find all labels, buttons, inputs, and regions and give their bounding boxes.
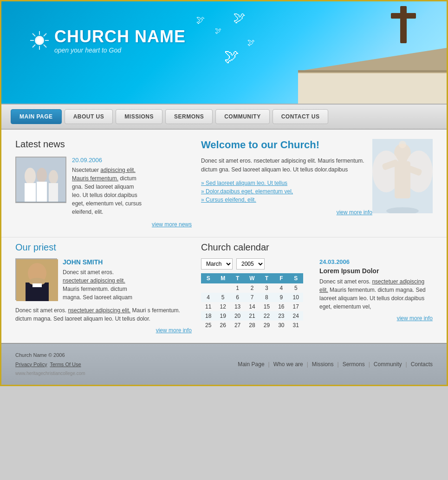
cal-week-3: 11 12 13 14 15 16 17 — [201, 302, 303, 311]
cal-day[interactable]: 26 — [215, 321, 230, 330]
news-date: 20.09.2006 — [72, 157, 142, 164]
news-photo — [15, 157, 66, 203]
priest-photo — [15, 258, 57, 300]
priest-desc: Donec sit amet eros.nsectetuer adipiscin… — [63, 268, 132, 302]
welcome-view-more-link[interactable]: view more info — [337, 209, 372, 216]
footer-nav-sermons[interactable]: Sermons — [343, 361, 365, 368]
latest-news-section: Latest news 20.09.2 — [15, 139, 192, 228]
cal-day[interactable]: 8 — [260, 293, 274, 302]
cal-day[interactable]: 29 — [260, 321, 274, 330]
logo: CHURCH NAME open your heart to God — [29, 27, 186, 54]
svg-line-8 — [32, 45, 35, 47]
cal-day[interactable]: 1 — [230, 283, 245, 293]
cal-day[interactable]: 21 — [245, 311, 259, 321]
nav-main-page[interactable]: MAIN PAGE — [11, 109, 62, 124]
cal-day[interactable] — [215, 283, 230, 293]
year-select[interactable]: 2005 — [236, 258, 265, 270]
footer-nav-community[interactable]: Community — [374, 361, 402, 368]
news-details: 20.09.2006 Nsectetuer adipiscing elit.Ma… — [72, 157, 142, 216]
news-item: 20.09.2006 Nsectetuer adipiscing elit.Ma… — [15, 157, 192, 216]
cal-day[interactable]: 4 — [274, 283, 288, 293]
nav-about-us[interactable]: ABOUT US — [65, 109, 113, 124]
calendar-title: Church calendar — [201, 242, 433, 253]
footer-nav: Main Page | Who we are | Missions | Serm… — [238, 361, 433, 368]
footer-links: Privacy Policy Terms Of Use — [15, 360, 85, 369]
cal-day[interactable]: 16 — [274, 302, 288, 311]
priest-details: JOHN SMITH Donec sit amet eros.nsectetue… — [63, 258, 132, 302]
welcome-body: Donec sit amet eros. nsectetuer adipisci… — [201, 157, 372, 174]
header: CHURCH NAME open your heart to God 🕊 🕊 🕊… — [1, 1, 447, 104]
privacy-link[interactable]: Privacy Policy — [15, 362, 47, 367]
month-select[interactable]: March — [201, 258, 233, 270]
welcome-link-3[interactable]: Cursus eleifend, elit. — [201, 196, 372, 204]
news-view-more-link[interactable]: view more news — [152, 221, 192, 228]
cal-day[interactable]: 3 — [260, 283, 274, 293]
sunburst-icon — [29, 30, 50, 51]
cal-header-w: W — [245, 273, 259, 283]
cal-day[interactable]: 12 — [215, 302, 230, 311]
terms-link[interactable]: Terms Of Use — [50, 362, 81, 367]
cal-day[interactable]: 9 — [274, 293, 288, 302]
cal-day[interactable]: 7 — [245, 293, 259, 302]
footer-separator-4: | — [369, 361, 370, 368]
cal-day[interactable]: 6 — [230, 293, 245, 302]
event-date[interactable]: 24.03.2006 — [319, 258, 433, 265]
cal-day[interactable]: 18 — [201, 311, 215, 321]
church-image — [252, 1, 447, 104]
footer-nav-contacts[interactable]: Contacts — [411, 361, 433, 368]
cal-header-s2: S — [289, 273, 303, 283]
cal-day[interactable]: 20 — [230, 311, 245, 321]
footer-nav-who[interactable]: Who we are — [273, 361, 303, 368]
svg-point-20 — [37, 168, 47, 183]
nav-community[interactable]: COMMUNITY — [215, 109, 270, 124]
event-view-more-link[interactable]: view more info — [397, 315, 433, 322]
footer-url: www.heritagechristiancollege.com — [15, 369, 85, 378]
cal-day[interactable]: 28 — [245, 321, 259, 330]
cal-day[interactable]: 2 — [245, 283, 259, 293]
cal-day[interactable]: 19 — [215, 311, 230, 321]
priest-view-more-link[interactable]: view more info — [156, 327, 192, 334]
cal-header-m: M — [215, 273, 230, 283]
svg-rect-19 — [25, 183, 36, 203]
footer-nav-missions[interactable]: Missions — [312, 361, 334, 368]
cal-header-s: S — [201, 273, 215, 283]
bottom-content: Our priest JOHN SMITH Donec sit a — [1, 237, 447, 343]
footer-nav-main[interactable]: Main Page — [238, 361, 264, 368]
svg-rect-11 — [400, 6, 407, 43]
cal-day[interactable]: 10 — [289, 293, 303, 302]
nav-missions[interactable]: MISSIONS — [116, 109, 162, 124]
cal-day[interactable]: 17 — [289, 302, 303, 311]
cal-day[interactable] — [201, 283, 215, 293]
svg-point-18 — [25, 168, 36, 184]
cal-day[interactable]: 13 — [230, 302, 245, 311]
cal-day[interactable]: 14 — [245, 302, 259, 311]
svg-point-32 — [399, 141, 406, 148]
bird-3-icon: 🕊 — [215, 27, 221, 34]
cal-day[interactable]: 30 — [274, 321, 288, 330]
church-name: CHURCH NAME — [54, 27, 186, 46]
cal-day[interactable]: 11 — [201, 302, 215, 311]
cal-day[interactable]: 27 — [230, 321, 245, 330]
cal-day[interactable]: 22 — [260, 311, 274, 321]
welcome-link-2[interactable]: Dolor.dapibus eget, elementum vel, — [201, 187, 372, 196]
navigation: MAIN PAGE ABOUT US MISSIONS SERMONS COMM… — [1, 104, 447, 130]
welcome-link-1[interactable]: Sed laoreet aliquam leo. Ut tellus — [201, 179, 372, 187]
welcome-view-more: view more info — [201, 209, 372, 216]
svg-line-6 — [44, 45, 46, 47]
welcome-links: Sed laoreet aliquam leo. Ut tellus Dolor… — [201, 179, 372, 204]
cal-day[interactable]: 31 — [289, 321, 303, 330]
bird-4-icon: 🕊 — [224, 48, 239, 65]
cal-day[interactable]: 25 — [201, 321, 215, 330]
welcome-text: Welcome to our Church! Donec sit amet er… — [201, 139, 372, 216]
tagline: open your heart to God — [54, 46, 186, 54]
nav-sermons[interactable]: SERMONS — [165, 109, 213, 124]
cal-day cal-today[interactable]: 24 — [289, 311, 303, 321]
calendar-event: 24.03.2006 Lorem Ipsum Dolor Donec sit a… — [319, 258, 433, 322]
cal-day[interactable]: 5 — [289, 283, 303, 293]
cal-day[interactable]: 23 — [274, 311, 288, 321]
cal-day[interactable]: 5 — [215, 293, 230, 302]
footer: Church Name © 2006 Privacy Policy Terms … — [1, 343, 447, 385]
nav-contact-us[interactable]: CONTACT US — [273, 109, 329, 124]
cal-day[interactable]: 15 — [260, 302, 274, 311]
cal-day[interactable]: 4 — [201, 293, 215, 302]
